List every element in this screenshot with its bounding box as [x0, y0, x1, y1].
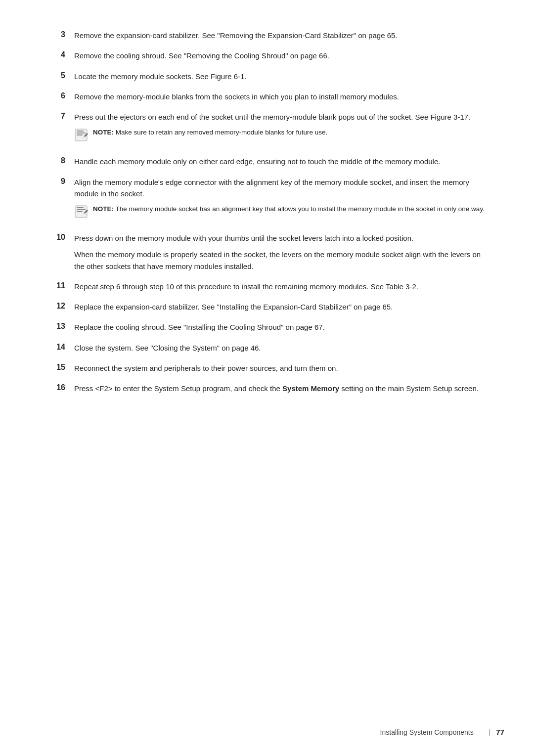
footer-title: Installing System Components [380, 728, 474, 736]
step-number-14: 14 [49, 342, 74, 352]
step-content-12: Replace the expansion-card stabilizer. S… [74, 301, 485, 312]
note-text-9: NOTE: The memory module socket has an al… [93, 204, 485, 214]
step-number-11: 11 [49, 281, 74, 290]
step-text-4-0: Remove the cooling shroud. See "Removing… [74, 50, 485, 61]
step-number-16: 16 [49, 383, 74, 392]
step-text-14-0: Close the system. See "Closing the Syste… [74, 342, 485, 354]
step-content-16: Press <F2> to enter the System Setup pro… [74, 383, 485, 394]
step-content-14: Close the system. See "Closing the Syste… [74, 342, 485, 354]
svg-rect-8 [77, 209, 86, 210]
steps-list: 3 Remove the expansion-card stabilizer. … [49, 30, 485, 394]
step-content-13: Replace the cooling shroud. See "Install… [74, 321, 485, 333]
step-item-7: 7 Press out the ejectors on each end of … [49, 111, 485, 147]
step-item-16: 16 Press <F2> to enter the System Setup … [49, 383, 485, 394]
step-content-7: Press out the ejectors on each end of th… [74, 111, 485, 147]
step-content-10: Press down on the memory module with you… [74, 232, 485, 272]
note-body-7: Make sure to retain any removed memory-m… [116, 129, 327, 136]
step-item-14: 14 Close the system. See "Closing the Sy… [49, 342, 485, 354]
note-body-9: The memory module socket has an alignmen… [116, 205, 485, 213]
step-text-10-1: When the memory module is properly seate… [74, 249, 485, 272]
step-text-12-0: Replace the expansion-card stabilizer. S… [74, 301, 485, 312]
step-text-5-0: Locate the memory module sockets. See Fi… [74, 71, 485, 82]
svg-rect-1 [77, 131, 84, 132]
step-number-8: 8 [49, 156, 74, 165]
step-number-9: 9 [49, 177, 74, 186]
step-text-6-0: Remove the memory-module blanks from the… [74, 91, 485, 102]
step-text-16-0: Press <F2> to enter the System Setup pro… [74, 383, 485, 394]
step-content-3: Remove the expansion-card stabilizer. Se… [74, 30, 485, 41]
step-item-4: 4 Remove the cooling shroud. See "Removi… [49, 50, 485, 61]
step-number-15: 15 [49, 362, 74, 372]
page-footer: Installing System Components | 77 [0, 728, 534, 736]
step-number-10: 10 [49, 232, 74, 242]
step-content-5: Locate the memory module sockets. See Fi… [74, 71, 485, 82]
step-number-12: 12 [49, 301, 74, 311]
step-number-13: 13 [49, 321, 74, 331]
note-label-7: NOTE: [93, 129, 114, 136]
step-content-11: Repeat step 6 through step 10 of this pr… [74, 281, 485, 292]
step-content-6: Remove the memory-module blanks from the… [74, 91, 485, 102]
step-text-11-0: Repeat step 6 through step 10 of this pr… [74, 281, 485, 292]
step-number-7: 7 [49, 111, 74, 121]
step-item-6: 6 Remove the memory-module blanks from t… [49, 91, 485, 102]
step-number-3: 3 [49, 30, 74, 39]
step-item-9: 9 Align the memory module's edge connect… [49, 177, 485, 224]
svg-rect-2 [77, 133, 86, 133]
step-item-13: 13 Replace the cooling shroud. See "Inst… [49, 321, 485, 333]
step-content-4: Remove the cooling shroud. See "Removing… [74, 50, 485, 61]
step-text-9-0: Align the memory module's edge connector… [74, 177, 485, 200]
step-item-5: 5 Locate the memory module sockets. See … [49, 71, 485, 82]
svg-rect-9 [77, 211, 83, 212]
step-text-7-0: Press out the ejectors on each end of th… [74, 111, 485, 123]
step-text-3-0: Remove the expansion-card stabilizer. Se… [74, 30, 485, 41]
svg-rect-7 [77, 207, 84, 208]
step-content-8: Handle each memory module only on either… [74, 156, 485, 167]
footer-page-number: 77 [496, 728, 504, 736]
step-text-15-0: Reconnect the system and peripherals to … [74, 362, 485, 374]
step-number-5: 5 [49, 71, 74, 80]
note-box-7: NOTE: Make sure to retain any removed me… [74, 128, 485, 142]
step-item-8: 8 Handle each memory module only on eith… [49, 156, 485, 167]
note-label-9: NOTE: [93, 205, 114, 213]
step-item-15: 15 Reconnect the system and peripherals … [49, 362, 485, 374]
footer-divider: | [489, 728, 490, 736]
step-item-3: 3 Remove the expansion-card stabilizer. … [49, 30, 485, 41]
step-content-15: Reconnect the system and peripherals to … [74, 362, 485, 374]
step-number-4: 4 [49, 50, 74, 59]
step-text-8-0: Handle each memory module only on either… [74, 156, 485, 167]
step-text-10-0: Press down on the memory module with you… [74, 232, 485, 244]
note-box-9: NOTE: The memory module socket has an al… [74, 204, 485, 219]
step-item-11: 11 Repeat step 6 through step 10 of this… [49, 281, 485, 292]
step-content-9: Align the memory module's edge connector… [74, 177, 485, 224]
step-item-12: 12 Replace the expansion-card stabilizer… [49, 301, 485, 312]
page: 3 Remove the expansion-card stabilizer. … [0, 0, 534, 756]
note-icon-9 [74, 205, 88, 219]
step-text-13-0: Replace the cooling shroud. See "Install… [74, 321, 485, 333]
note-icon-7 [74, 128, 88, 142]
step-number-6: 6 [49, 91, 74, 100]
note-text-7: NOTE: Make sure to retain any removed me… [93, 128, 327, 137]
svg-rect-3 [77, 134, 83, 135]
step-item-10: 10 Press down on the memory module with … [49, 232, 485, 272]
